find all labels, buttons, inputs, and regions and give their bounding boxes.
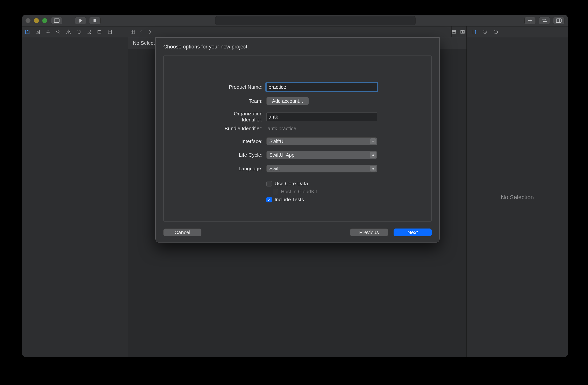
svg-rect-0	[54, 19, 59, 23]
inspector-empty-label: No Selection	[501, 194, 534, 201]
add-editor-icon[interactable]	[460, 29, 465, 35]
code-review-button[interactable]	[539, 17, 550, 24]
svg-point-10	[68, 33, 69, 33]
find-navigator-icon[interactable]	[56, 29, 61, 35]
svg-point-9	[57, 30, 59, 33]
related-items-icon[interactable]	[130, 29, 136, 35]
add-account-button[interactable]: Add account...	[266, 97, 309, 105]
team-label: Team:	[214, 98, 266, 104]
language-label: Language:	[214, 166, 266, 172]
report-navigator-icon[interactable]	[107, 29, 113, 35]
run-button[interactable]	[75, 17, 86, 24]
symbol-navigator-icon[interactable]	[45, 29, 51, 35]
editor-nav	[128, 29, 153, 35]
language-value: Swift	[269, 166, 280, 171]
product-name-label: Product Name:	[214, 84, 266, 90]
inspector-selector	[466, 26, 568, 37]
svg-rect-15	[133, 32, 135, 34]
cloudkit-checkbox	[273, 189, 278, 194]
chevron-updown-icon: ▴▾	[370, 166, 376, 171]
library-button[interactable]	[525, 17, 536, 24]
zoom-window-button[interactable]	[42, 18, 47, 23]
sheet-form-area: Product Name: Team: Add account...	[163, 55, 432, 222]
sidebar-icon	[51, 17, 62, 24]
org-id-label: Organization Identifier:	[214, 111, 266, 123]
debug-navigator-icon[interactable]	[86, 29, 92, 35]
play-icon	[75, 17, 86, 24]
svg-rect-13	[133, 30, 135, 32]
org-id-input[interactable]	[266, 113, 377, 121]
arrows-icon	[539, 17, 550, 24]
next-button[interactable]: Next	[394, 228, 432, 236]
minimize-window-button[interactable]	[34, 18, 39, 23]
source-control-navigator-icon[interactable]	[35, 29, 41, 35]
new-project-sheet: Choose options for your new project: Pro…	[155, 37, 440, 243]
activity-viewer	[215, 16, 416, 25]
history-inspector-icon[interactable]	[482, 29, 488, 35]
xcode-window: No Selection No Selection Choose options…	[22, 15, 568, 357]
close-window-button[interactable]	[25, 18, 31, 23]
navigator-bar	[22, 26, 568, 37]
include-tests-label: Include Tests	[274, 197, 304, 203]
project-navigator-icon[interactable]	[25, 29, 30, 35]
svg-rect-14	[131, 32, 133, 34]
navigator-selector	[22, 26, 128, 37]
core-data-label: Use Core Data	[274, 181, 308, 187]
panel-icon	[553, 17, 564, 24]
lifecycle-popup[interactable]: SwiftUI App ▴▾	[266, 151, 377, 159]
language-popup[interactable]: Swift ▴▾	[266, 165, 377, 172]
product-name-input[interactable]	[266, 83, 377, 91]
cloudkit-label: Host in CloudKit	[281, 189, 317, 195]
traffic-lights	[25, 18, 47, 23]
layout-toggle-button[interactable]	[51, 17, 63, 24]
issue-navigator-icon[interactable]	[66, 29, 71, 35]
svg-rect-2	[94, 19, 96, 22]
nav-forward-icon[interactable]	[147, 29, 153, 35]
lifecycle-label: Life Cycle:	[214, 152, 266, 158]
chevron-updown-icon: ▴▾	[370, 138, 376, 144]
svg-point-6	[48, 30, 49, 31]
lifecycle-value: SwiftUI App	[269, 152, 294, 158]
stop-icon	[89, 17, 100, 24]
cancel-button[interactable]: Cancel	[163, 228, 201, 236]
inspector-toggle-button[interactable]	[553, 17, 565, 24]
previous-button[interactable]: Previous	[350, 228, 388, 236]
svg-rect-12	[131, 30, 133, 32]
sheet-footer: Cancel Previous Next	[163, 222, 432, 236]
core-data-checkbox[interactable]	[266, 181, 272, 186]
interface-value: SwiftUI	[269, 138, 285, 144]
breakpoint-navigator-icon[interactable]	[97, 29, 102, 35]
stop-button[interactable]	[89, 17, 101, 24]
interface-popup[interactable]: SwiftUI ▴▾	[266, 137, 377, 145]
editor-options	[451, 26, 466, 37]
bundle-id-value: antk.practice	[266, 126, 296, 131]
bundle-id-label: Bundle Identifier:	[214, 126, 266, 132]
svg-point-20	[496, 33, 496, 33]
svg-rect-16	[452, 30, 456, 33]
include-tests-checkbox[interactable]: ✓	[266, 197, 272, 203]
test-navigator-icon[interactable]	[76, 29, 82, 35]
svg-rect-3	[556, 19, 561, 23]
chevron-updown-icon: ▴▾	[370, 152, 376, 158]
plus-icon	[525, 17, 536, 24]
help-inspector-icon[interactable]	[493, 29, 499, 35]
sheet-title: Choose options for your new project:	[163, 44, 432, 50]
titlebar	[22, 15, 568, 26]
project-navigator[interactable]	[22, 37, 128, 357]
sheet-container: Choose options for your new project: Pro…	[128, 37, 467, 357]
nav-back-icon[interactable]	[139, 29, 144, 35]
editor-layout-icon[interactable]	[452, 29, 457, 35]
inspector-area: No Selection	[466, 37, 568, 357]
file-inspector-icon[interactable]	[471, 29, 477, 35]
interface-label: Interface:	[214, 138, 266, 144]
